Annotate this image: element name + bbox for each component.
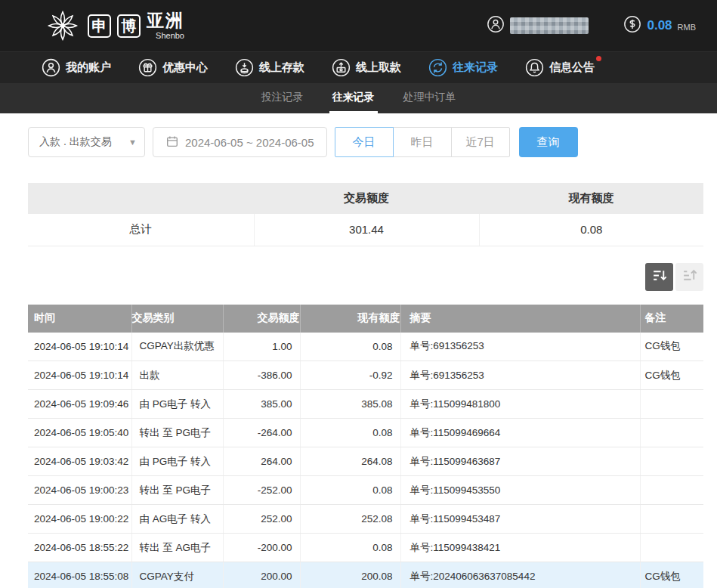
records-tbody: 2024-06-05 19:10:14 CGPAY出款优惠 1.00 0.08 … xyxy=(28,333,703,588)
cell-balance: 385.08 xyxy=(300,390,400,419)
cell-note xyxy=(640,390,703,419)
summary-row: 总计 301.44 0.08 xyxy=(28,214,703,246)
balance[interactable]: 0.08 RMB xyxy=(623,15,696,36)
cell-type: 由 PG电子 转入 xyxy=(131,447,223,476)
summary-header-empty xyxy=(28,183,254,214)
nav-label: 我的账户 xyxy=(66,60,111,75)
filter-bar: 入款 . 出款交易 ▼ 2024-06-05 ~ 2024-06-05 今日 昨… xyxy=(0,113,717,157)
table-row[interactable]: 2024-06-05 19:00:23 转出 至 PG电子 -252.00 0.… xyxy=(28,476,703,505)
summary-table: 交易额度 现有额度 总计 301.44 0.08 xyxy=(28,183,703,246)
cell-time: 2024-06-05 18:55:22 xyxy=(28,534,131,562)
user-account[interactable] xyxy=(487,15,589,36)
sort-ascending-icon xyxy=(681,268,697,286)
brand-logo[interactable]: 申 博 亚洲 Shenbo xyxy=(44,7,184,45)
cell-summary: 单号:115099469664 xyxy=(400,419,640,447)
table-row[interactable]: 2024-06-05 19:10:14 出款 -386.00 -0.92 单号:… xyxy=(28,361,703,390)
today-button[interactable]: 今日 xyxy=(335,127,394,157)
last7days-button[interactable]: 近7日 xyxy=(451,127,510,157)
cell-type: CGPAY支付 xyxy=(131,562,223,588)
nav-label: 线上存款 xyxy=(259,60,304,75)
table-row[interactable]: 2024-06-05 19:03:42 由 PG电子 转入 264.00 264… xyxy=(28,447,703,476)
col-header-time: 时间 xyxy=(28,305,131,333)
col-header-note: 备注 xyxy=(640,305,703,333)
cell-type: 由 AG电子 转入 xyxy=(131,505,223,534)
table-row[interactable]: 2024-06-05 19:10:14 CGPAY出款优惠 1.00 0.08 … xyxy=(28,333,703,361)
exchange-icon xyxy=(428,58,447,77)
balance-currency: RMB xyxy=(678,23,696,32)
tab-transaction-records[interactable]: 往来记录 xyxy=(329,83,378,113)
date-range-value: 2024-06-05 ~ 2024-06-05 xyxy=(185,136,314,149)
cell-time: 2024-06-05 19:05:40 xyxy=(28,419,131,447)
cell-time: 2024-06-05 19:09:46 xyxy=(28,390,131,419)
cell-balance: 264.08 xyxy=(300,447,400,476)
cell-balance: 0.08 xyxy=(300,476,400,505)
table-row[interactable]: 2024-06-05 19:00:22 由 AG电子 转入 252.00 252… xyxy=(28,505,703,534)
col-header-balance: 现有额度 xyxy=(300,305,400,333)
table-row[interactable]: 2024-06-05 19:05:40 转出 至 PG电子 -264.00 0.… xyxy=(28,419,703,447)
cell-balance: 252.08 xyxy=(300,505,400,534)
cell-balance: 0.08 xyxy=(300,333,400,361)
cell-summary: 单号:691356253 xyxy=(400,333,640,361)
cell-time: 2024-06-05 19:10:14 xyxy=(28,333,131,361)
nav-item-transactions[interactable]: 往来记录 xyxy=(428,58,498,77)
cell-amount: 252.00 xyxy=(223,505,300,534)
table-row[interactable]: 2024-06-05 18:55:08 CGPAY支付 200.00 200.0… xyxy=(28,562,703,588)
sort-descending-button[interactable] xyxy=(645,263,673,291)
cell-type: 出款 xyxy=(131,361,223,390)
cell-summary: 单号:115099438421 xyxy=(400,534,640,562)
cell-time: 2024-06-05 19:00:23 xyxy=(28,476,131,505)
col-header-type: 交易类别 xyxy=(131,305,223,333)
cell-time: 2024-06-05 19:03:42 xyxy=(28,447,131,476)
cell-amount: 264.00 xyxy=(223,447,300,476)
brand-char-2: 博 xyxy=(117,14,141,38)
cell-summary: 单号:115099481800 xyxy=(400,390,640,419)
tab-bet-records[interactable]: 投注记录 xyxy=(258,83,307,113)
summary-header-trade: 交易额度 xyxy=(254,183,479,214)
cell-summary: 单号:115099463687 xyxy=(400,447,640,476)
records-table: 时间 交易类别 交易额度 现有额度 摘要 备注 2024-06-05 19:10… xyxy=(28,305,703,588)
nav-item-withdraw[interactable]: 线上取款 xyxy=(332,58,401,77)
transaction-type-select[interactable]: 入款 . 出款交易 ▼ xyxy=(28,127,145,157)
nav-item-deposit[interactable]: 线上存款 xyxy=(235,58,304,77)
cell-amount: 385.00 xyxy=(223,390,300,419)
nav-label: 线上取款 xyxy=(356,60,401,75)
cell-amount: 200.00 xyxy=(223,562,300,588)
cell-note: CG钱包 xyxy=(640,562,703,588)
sort-toolbar xyxy=(28,263,703,291)
cell-balance: 0.08 xyxy=(300,534,400,562)
cell-type: 转出 至 PG电子 xyxy=(131,476,223,505)
table-row[interactable]: 2024-06-05 18:55:22 转出 至 AG电子 -200.00 0.… xyxy=(28,534,703,562)
cell-note xyxy=(640,534,703,562)
col-header-summary: 摘要 xyxy=(400,305,640,333)
cell-amount: -264.00 xyxy=(223,419,300,447)
cell-balance: 0.08 xyxy=(300,419,400,447)
sort-ascending-button[interactable] xyxy=(675,263,703,291)
cell-type: 转出 至 PG电子 xyxy=(131,419,223,447)
brand-region: 亚洲 xyxy=(147,12,184,29)
tab-pending-orders[interactable]: 处理中订单 xyxy=(400,83,459,113)
cell-summary: 单号:115099453550 xyxy=(400,476,640,505)
user-icon xyxy=(42,58,60,77)
cell-note xyxy=(640,419,703,447)
username-blurred xyxy=(510,17,589,34)
sort-descending-icon xyxy=(651,268,667,286)
date-range-input[interactable]: 2024-06-05 ~ 2024-06-05 xyxy=(153,127,327,157)
cell-note xyxy=(640,505,703,534)
yesterday-button[interactable]: 昨日 xyxy=(393,127,452,157)
summary-trade-total: 301.44 xyxy=(254,214,479,246)
nav-label: 往来记录 xyxy=(453,60,498,75)
nav-label: 信息公告 xyxy=(549,60,595,75)
gift-icon xyxy=(138,58,157,77)
cell-time: 2024-06-05 19:00:22 xyxy=(28,505,131,534)
nav-item-announcements[interactable]: 信息公告 xyxy=(525,58,595,77)
lotus-logo-icon xyxy=(44,7,82,45)
col-header-amount: 交易额度 xyxy=(223,305,300,333)
table-row[interactable]: 2024-06-05 19:09:46 由 PG电子 转入 385.00 385… xyxy=(28,390,703,419)
cell-balance: -0.92 xyxy=(300,361,400,390)
search-button[interactable]: 查询 xyxy=(519,127,578,157)
main-nav: 我的账户 优惠中心 线上存款 xyxy=(0,51,717,83)
nav-item-promotions[interactable]: 优惠中心 xyxy=(138,58,208,77)
nav-item-my-account[interactable]: 我的账户 xyxy=(42,58,111,77)
cell-amount: -386.00 xyxy=(223,361,300,390)
sub-nav: 投注记录 往来记录 处理中订单 xyxy=(0,83,717,113)
